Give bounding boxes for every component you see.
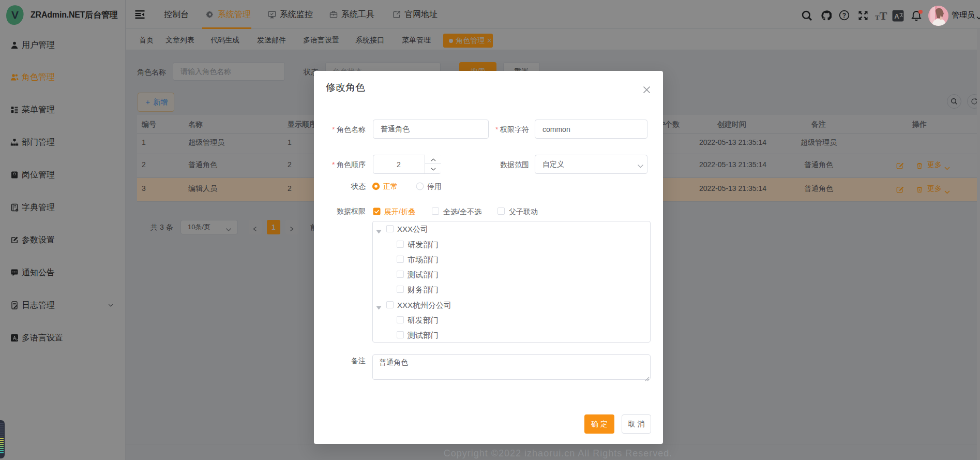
svg-text:A: A [894,12,899,20]
svg-text:V: V [11,9,19,21]
svg-text:?: ? [842,12,846,19]
